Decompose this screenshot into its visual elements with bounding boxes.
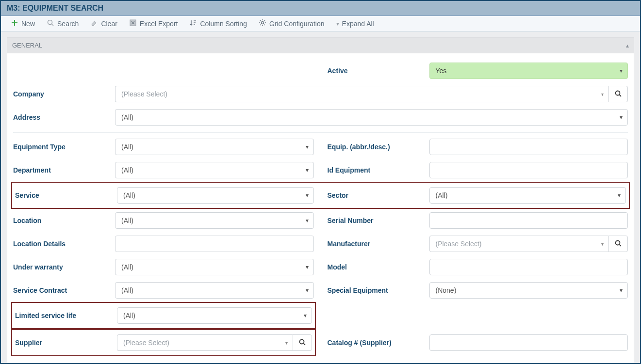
label-location-details: Location Details [13,240,115,248]
row-limited-service-life: Limited service life (All) [13,304,314,327]
svg-point-3 [261,22,263,24]
svg-line-9 [303,343,305,345]
title-text: M3: EQUIPMENT SEARCH [7,4,103,12]
expand-label: Expand All [342,20,374,28]
label-id-equipment: Id Equipment [328,166,429,174]
row-company: Company (Please Select) [11,82,630,106]
label-limited-service-life: Limited service life [15,312,117,319]
body-area: GENERAL ▴ Active Yes Company [1,32,640,363]
highlight-limited-service-life: Limited service life (All) [11,302,316,329]
new-label: New [21,20,35,28]
svg-line-5 [620,95,622,96]
row-department: Department (All) [11,158,316,182]
highlight-supplier: Supplier (Please Select) [11,329,316,356]
expand-all-button[interactable]: ▾ Expand All [336,20,374,28]
svg-point-6 [616,240,620,245]
select-special-equipment[interactable]: (None) [429,282,628,299]
row-sector: Sector (All) [326,184,628,207]
svg-line-1 [52,24,54,26]
row-supplier: Supplier (Please Select) [13,331,314,354]
label-service: Service [15,191,117,199]
search-label: Search [57,20,79,28]
lookup-supplier-button[interactable] [293,334,312,351]
section-body-general: Active Yes Company (Please Select) [7,53,634,363]
excel-export-button[interactable]: Excel Export [129,19,178,28]
form-grid: Active Yes Company (Please Select) [11,59,630,356]
lookup-company-button[interactable] [608,86,628,102]
label-sector: Sector [328,191,429,199]
label-special-equipment: Special Equipment [328,286,429,294]
row-address: Address (All) [11,106,630,129]
clear-label: Clear [101,20,117,28]
window-title: M3: EQUIPMENT SEARCH [1,1,640,16]
select-address[interactable]: (All) [115,109,628,126]
clear-button[interactable]: Clear [90,19,117,28]
plus-icon [11,19,18,28]
highlight-service-sector: Service (All) Sector (All) [11,182,630,209]
row-equipment-type: Equipment Type (All) [11,135,316,158]
search-icon [614,90,622,99]
section-title: GENERAL [12,42,42,49]
combo-supplier[interactable]: (Please Select) [117,334,293,351]
label-manufacturer: Manufacturer [328,240,429,248]
svg-point-4 [616,91,620,95]
excel-label: Excel Export [140,20,178,28]
row-active: Active Yes [326,59,630,82]
input-catalog-supplier[interactable] [429,334,628,351]
row-serial-number: Serial Number [326,209,630,232]
select-active[interactable]: Yes [429,63,628,79]
svg-line-7 [620,244,622,246]
row-location: Location (All) [11,209,316,232]
select-equipment-type[interactable]: (All) [115,139,314,155]
select-service[interactable]: (All) [117,187,314,204]
row-location-details: Location Details [11,232,316,255]
spacer-row-2 [326,302,630,329]
label-under-warranty: Under warranty [13,263,115,271]
label-department: Department [13,166,115,174]
combo-manufacturer[interactable]: (Please Select) [429,236,609,252]
select-service-contract[interactable]: (All) [115,282,314,299]
new-button[interactable]: New [11,19,35,28]
input-id-equipment[interactable] [429,162,628,178]
select-location[interactable]: (All) [115,212,314,229]
search-button[interactable]: Search [47,19,79,28]
select-department[interactable]: (All) [115,162,314,178]
label-supplier: Supplier [15,339,117,347]
excel-icon [129,19,137,28]
row-catalog-supplier: Catalog # (Supplier) [326,329,630,356]
row-id-equipment: Id Equipment [326,158,630,182]
grid-config-button[interactable]: Grid Configuration [259,19,325,28]
row-under-warranty: Under warranty (All) [11,255,316,279]
row-equip-abbr: Equip. (abbr./desc.) [326,135,630,158]
search-icon [298,338,306,348]
input-model[interactable] [429,259,628,275]
row-manufacturer: Manufacturer (Please Select) [326,232,630,255]
gear-icon [259,19,266,28]
label-equipment-type: Equipment Type [13,143,115,151]
divider [13,132,628,132]
combo-company[interactable]: (Please Select) [115,86,608,102]
select-under-warranty[interactable]: (All) [115,259,314,275]
label-active: Active [328,67,429,75]
spacer-row [11,59,316,82]
row-special-equipment: Special Equipment (None) [326,279,630,302]
input-equip-abbr[interactable] [429,139,628,155]
select-sector[interactable]: (All) [429,187,626,204]
select-limited-service-life[interactable]: (All) [117,307,312,324]
sort-icon [189,19,197,28]
input-location-details[interactable] [115,236,314,252]
label-model: Model [328,263,429,271]
svg-point-0 [48,20,52,25]
row-model: Model [326,255,630,279]
eraser-icon [90,19,98,28]
input-serial-number[interactable] [429,212,628,229]
section-header-general[interactable]: GENERAL ▴ [7,37,634,53]
column-sorting-button[interactable]: Column Sorting [189,19,247,28]
row-service: Service (All) [13,184,316,207]
label-location: Location [13,217,115,224]
grid-label: Grid Configuration [269,20,325,28]
collapse-icon: ▴ [626,42,629,49]
sort-label: Column Sorting [200,20,247,28]
app-window: M3: EQUIPMENT SEARCH New Search Clear Ex… [0,0,641,364]
lookup-manufacturer-button[interactable] [608,236,628,252]
